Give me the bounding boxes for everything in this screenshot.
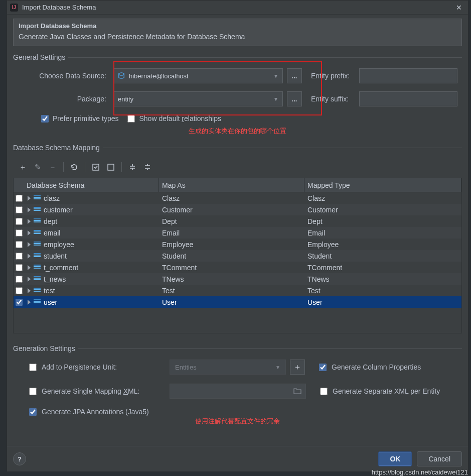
show-default-relationships-input[interactable] [127, 115, 135, 123]
row-checkbox[interactable] [16, 253, 23, 260]
map-as-value: Clasz [159, 194, 304, 202]
ok-button[interactable]: OK [378, 451, 412, 466]
mapping-table: Database Schema Map As Mapped Type clasz… [13, 178, 462, 333]
row-checkbox[interactable] [16, 241, 23, 248]
package-combo[interactable]: entity ▼ [113, 91, 283, 106]
prefer-primitive-input[interactable] [41, 115, 49, 123]
expand-icon[interactable] [28, 254, 31, 259]
refresh-icon [70, 163, 78, 171]
mapped-type-value: Dept [304, 217, 461, 225]
col-database-schema[interactable]: Database Schema [14, 178, 159, 192]
data-source-value: hibernate@localhost [129, 72, 189, 80]
single-xml-path-input[interactable] [170, 384, 306, 399]
chevron-down-icon: ▼ [275, 365, 280, 370]
table-row[interactable]: studentStudentStudent [14, 250, 461, 262]
schema-name: student [44, 252, 67, 260]
row-checkbox[interactable] [16, 299, 23, 306]
entity-suffix-input[interactable] [359, 91, 457, 106]
help-button[interactable]: ? [13, 452, 26, 465]
generate-column-properties-checkbox[interactable]: Generate Column Properties [319, 363, 421, 371]
entity-prefix-input[interactable] [359, 68, 457, 83]
col-map-as[interactable]: Map As [159, 178, 304, 192]
expand-icon[interactable] [28, 277, 31, 282]
table-row[interactable]: emailEmailEmail [14, 227, 461, 239]
schema-name: clasz [44, 194, 60, 202]
row-checkbox[interactable] [16, 195, 23, 202]
map-as-value: Customer [159, 206, 304, 214]
deselect-all-button[interactable] [104, 161, 117, 174]
map-as-value: TComment [159, 264, 304, 272]
table-row[interactable]: t_commentTCommentTComment [14, 262, 461, 273]
table-row[interactable]: testTestTest [14, 285, 461, 296]
package-value: entity [118, 95, 133, 103]
expand-icon[interactable] [28, 207, 31, 212]
expand-all-button[interactable] [126, 161, 139, 174]
table-row[interactable]: customerCustomerCustomer [14, 204, 461, 215]
expand-icon[interactable] [28, 288, 31, 293]
row-checkbox[interactable] [16, 276, 23, 283]
map-as-value: TNews [159, 275, 304, 283]
mapped-type-value: TNews [304, 275, 461, 283]
generate-jpa-annotations-checkbox[interactable]: Generate JPA Annotations (Java5) [29, 408, 170, 416]
cancel-button[interactable]: Cancel [417, 451, 462, 466]
generate-separate-xml-checkbox[interactable]: Generate Separate XML per Entity [320, 387, 440, 395]
expand-icon[interactable] [28, 242, 31, 247]
mapped-type-value: Clasz [304, 194, 461, 202]
chevron-down-icon: ▼ [273, 73, 278, 79]
expand-icon [128, 163, 136, 171]
expand-icon[interactable] [28, 219, 31, 224]
db-schema-mapping-title: Database Schema Mapping [13, 144, 462, 152]
expand-icon[interactable] [28, 230, 31, 235]
add-button[interactable]: ＋ [16, 161, 29, 174]
expand-icon[interactable] [28, 300, 31, 305]
expand-icon[interactable] [28, 196, 31, 201]
table-row[interactable]: deptDeptDept [14, 215, 461, 227]
col-mapped-type[interactable]: Mapped Type [304, 178, 461, 192]
expand-icon[interactable] [28, 265, 31, 270]
map-as-value: Dept [159, 217, 304, 225]
map-as-value: User [159, 298, 304, 306]
add-to-persistence-checkbox[interactable]: Add to Persistence Unit: [29, 363, 170, 371]
table-icon [34, 230, 41, 236]
schema-name: t_news [44, 275, 66, 283]
entity-suffix-label: Entity suffix: [311, 95, 355, 103]
row-checkbox[interactable] [16, 287, 23, 294]
show-default-relationships-checkbox[interactable]: Show default relationships [127, 114, 221, 123]
schema-name: user [44, 298, 57, 306]
row-checkbox[interactable] [16, 264, 23, 271]
mapped-type-value: Email [304, 229, 461, 237]
table-icon [34, 253, 41, 259]
data-source-browse-button[interactable]: ... [287, 68, 302, 83]
table-row[interactable]: t_newsTNewsTNews [14, 273, 461, 285]
generation-settings-title: Generation Settings [13, 344, 462, 352]
table-icon [34, 218, 41, 224]
edit-button: ✎ [31, 161, 44, 174]
table-row[interactable]: userUserUser [14, 296, 461, 308]
banner-heading: Import Database Schema [19, 22, 456, 30]
datasource-icon [118, 72, 125, 79]
generate-single-xml-checkbox[interactable]: Generate Single Mapping XML: [29, 387, 170, 395]
table-row[interactable]: claszClaszClasz [14, 192, 461, 204]
row-checkbox[interactable] [16, 229, 23, 236]
svg-rect-1 [108, 164, 114, 170]
schema-name: test [44, 287, 55, 295]
general-settings-title: General Settings [13, 53, 462, 61]
table-row[interactable]: employeeEmployeeEmployee [14, 239, 461, 250]
row-checkbox[interactable] [16, 206, 23, 213]
data-source-combo[interactable]: hibernate@localhost ▼ [113, 68, 283, 83]
refresh-button[interactable] [68, 161, 81, 174]
package-browse-button[interactable]: ... [287, 91, 302, 106]
prefer-primitive-checkbox[interactable]: Prefer primitive types [41, 114, 118, 123]
add-persistence-unit-button[interactable]: ＋ [290, 360, 305, 375]
row-checkbox[interactable] [16, 218, 23, 225]
mapping-toolbar: ＋ ✎ − [13, 159, 462, 178]
schema-name: email [44, 229, 60, 237]
select-all-button[interactable] [89, 161, 102, 174]
mapped-type-value: Student [304, 252, 461, 260]
map-as-value: Employee [159, 241, 304, 249]
collapse-all-button[interactable] [141, 161, 154, 174]
close-icon[interactable]: ✕ [453, 3, 465, 13]
persistence-unit-combo[interactable]: Entities ▼ [170, 360, 286, 375]
schema-name: customer [44, 206, 73, 214]
entity-prefix-label: Entity prefix: [311, 72, 355, 80]
